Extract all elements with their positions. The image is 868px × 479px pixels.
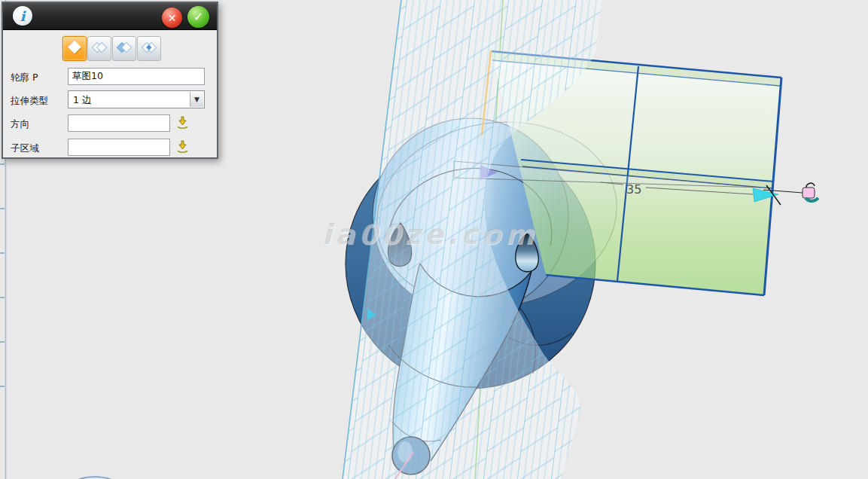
diamond-base-icon: [65, 38, 84, 56]
boolean-add-button[interactable]: [87, 36, 111, 61]
boolean-base-button[interactable]: [62, 36, 87, 61]
profile-label: 轮廓 P: [11, 72, 38, 84]
drag-handle[interactable]: [803, 183, 818, 201]
extrude-type-value: 1 边: [73, 94, 91, 107]
boolean-intersect-button[interactable]: [137, 36, 161, 61]
diamond-intersect-icon: [140, 38, 158, 56]
extrude-type-select[interactable]: 1 边 ▼: [68, 90, 205, 108]
chevron-down-icon[interactable]: ▼: [190, 92, 203, 107]
profile-input[interactable]: [68, 68, 205, 85]
diamond-add-icon: [90, 38, 108, 56]
dimension-value[interactable]: 35: [626, 182, 641, 197]
dialog-titlebar[interactable]: i ✕ ✓: [3, 3, 217, 30]
direction-pick-button[interactable]: [175, 115, 190, 130]
cancel-button[interactable]: ✕: [162, 8, 182, 28]
extrude-dialog: i ✕ ✓ 轮廓 P 拉伸类型 1 边 ▼ 方: [2, 2, 218, 159]
diamond-remove-icon: [115, 38, 133, 56]
confirm-button[interactable]: ✓: [187, 6, 209, 28]
subregion-pick-button[interactable]: [175, 139, 190, 154]
boolean-remove-button[interactable]: [112, 36, 136, 61]
pick-arrow-icon: [175, 139, 190, 154]
extrude-type-label: 拉伸类型: [11, 95, 48, 108]
subregion-label: 子区域: [11, 142, 39, 155]
pick-arrow-icon: [175, 115, 190, 130]
info-icon[interactable]: i: [13, 6, 32, 26]
direction-label: 方向: [11, 118, 29, 131]
subregion-input[interactable]: [68, 139, 170, 156]
app-window: { "dialog": { "titlebar": { "info_glyph"…: [0, 0, 868, 479]
direction-input[interactable]: [68, 114, 170, 132]
